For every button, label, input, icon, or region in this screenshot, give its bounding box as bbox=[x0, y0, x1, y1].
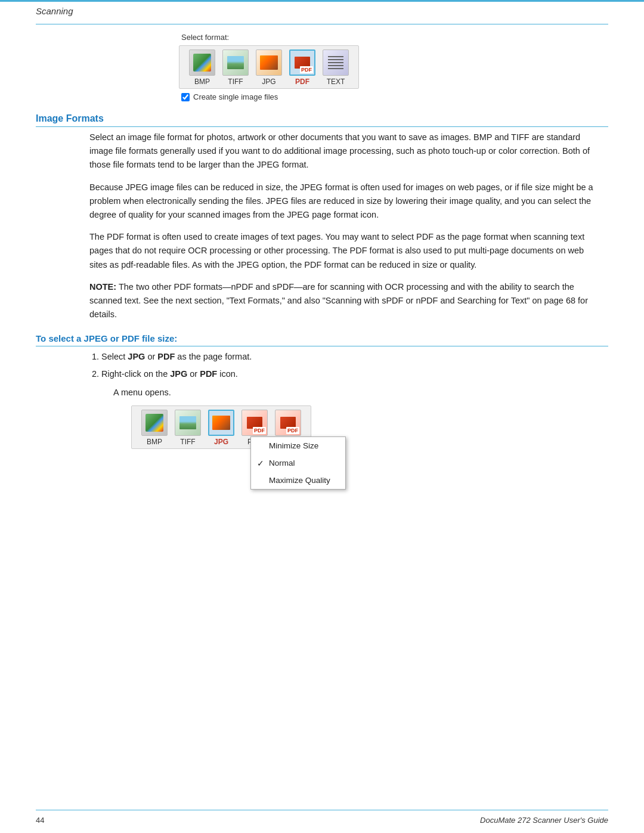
pdf2-icon-box[interactable] bbox=[242, 410, 268, 436]
jpg-icon-box[interactable] bbox=[256, 49, 282, 76]
create-single-files-label: Create single image files bbox=[193, 92, 278, 101]
pdf-label: PDF bbox=[295, 78, 309, 86]
pdf-icon-box[interactable] bbox=[289, 49, 315, 76]
bmp2-label: BMP bbox=[147, 438, 162, 446]
footer-page-number: 44 bbox=[36, 816, 44, 825]
normal-checkmark: ✓ bbox=[257, 459, 264, 468]
main-content: Select format: BMP TIFF JPG PDF bbox=[36, 33, 608, 803]
tiff-label: TIFF bbox=[228, 78, 243, 86]
format-selector-label: Select format: bbox=[181, 33, 229, 42]
menu-item-normal[interactable]: ✓ Normal bbox=[251, 454, 345, 472]
header-title: Scanning bbox=[36, 6, 73, 16]
npdf2-icon-box[interactable] bbox=[275, 410, 301, 436]
format-icon-jpg2[interactable]: JPG bbox=[208, 410, 234, 446]
footer-line bbox=[36, 810, 608, 810]
tiff2-icon-box[interactable] bbox=[175, 410, 201, 436]
bmp-label: BMP bbox=[194, 78, 210, 86]
jpg2-icon-box[interactable] bbox=[208, 410, 234, 436]
format-icon-text[interactable]: TEXT bbox=[323, 49, 349, 86]
menu-item-minimize-size[interactable]: Minimize Size bbox=[251, 437, 345, 454]
step-1: Select JPG or PDF as the page format. bbox=[101, 350, 596, 364]
jpg-label: JPG bbox=[262, 78, 275, 86]
text-label: TEXT bbox=[327, 78, 345, 86]
step-2: Right-click on the JPG or PDF icon. bbox=[101, 367, 596, 381]
bmp-icon-box[interactable] bbox=[189, 49, 215, 76]
jpg2-label: JPG bbox=[214, 438, 228, 446]
format-icons-row: BMP TIFF JPG PDF TEXT bbox=[179, 45, 359, 89]
tiff-icon-box[interactable] bbox=[222, 49, 249, 76]
tiff2-label: TIFF bbox=[180, 438, 195, 446]
normal-label: Normal bbox=[269, 459, 295, 467]
image-formats-para2: Because JPEG image files can be reduced … bbox=[89, 181, 596, 222]
step-note: A menu opens. bbox=[113, 388, 608, 397]
step1-bold2: PDF bbox=[157, 352, 175, 361]
create-single-files-row: Create single image files bbox=[181, 92, 278, 101]
note-body: The two other PDF formats—nPDF and sPDF—… bbox=[89, 282, 588, 319]
format-icon-bmp[interactable]: BMP bbox=[189, 49, 215, 86]
context-menu: Minimize Size ✓ Normal Maximize Quality bbox=[250, 436, 346, 490]
footer: 44 DocuMate 272 Scanner User's Guide bbox=[36, 816, 608, 825]
note-paragraph: NOTE: The two other PDF formats—nPDF and… bbox=[89, 280, 596, 322]
create-single-files-checkbox[interactable] bbox=[181, 93, 190, 101]
top-border bbox=[0, 0, 644, 2]
format-icon-pdf[interactable]: PDF bbox=[289, 49, 315, 86]
step1-bold1: JPG bbox=[128, 352, 145, 361]
step2-bold2: PDF bbox=[200, 369, 217, 379]
minimize-size-label: Minimize Size bbox=[269, 441, 318, 450]
note-prefix: NOTE: bbox=[89, 282, 116, 292]
image-formats-heading: Image Formats bbox=[36, 113, 608, 127]
header-line bbox=[36, 24, 608, 24]
format-icon-tiff2[interactable]: TIFF bbox=[175, 410, 201, 446]
text-icon-box[interactable] bbox=[323, 49, 349, 76]
bmp2-icon-box[interactable] bbox=[141, 410, 168, 436]
maximize-quality-label: Maximize Quality bbox=[269, 476, 330, 485]
footer-document-title: DocuMate 272 Scanner User's Guide bbox=[480, 816, 608, 825]
menu-item-maximize-quality[interactable]: Maximize Quality bbox=[251, 472, 345, 489]
image-formats-para3: The PDF format is often used to create i… bbox=[89, 230, 596, 272]
jpeg-pdf-heading: To select a JPEG or PDF file size: bbox=[36, 333, 608, 346]
steps-list: Select JPG or PDF as the page format. Ri… bbox=[101, 350, 596, 381]
format-icon-tiff[interactable]: TIFF bbox=[222, 49, 249, 86]
format-selector-2: BMP TIFF JPG PDF nPDF bbox=[131, 405, 608, 449]
format-icon-jpg[interactable]: JPG bbox=[256, 49, 282, 86]
format-selector-top: Select format: BMP TIFF JPG PDF bbox=[179, 33, 465, 101]
image-formats-para1: Select an image file format for photos, … bbox=[89, 131, 596, 172]
header: Scanning bbox=[36, 6, 608, 16]
format-icon-bmp2[interactable]: BMP bbox=[141, 410, 168, 446]
step2-bold1: JPG bbox=[170, 369, 187, 379]
